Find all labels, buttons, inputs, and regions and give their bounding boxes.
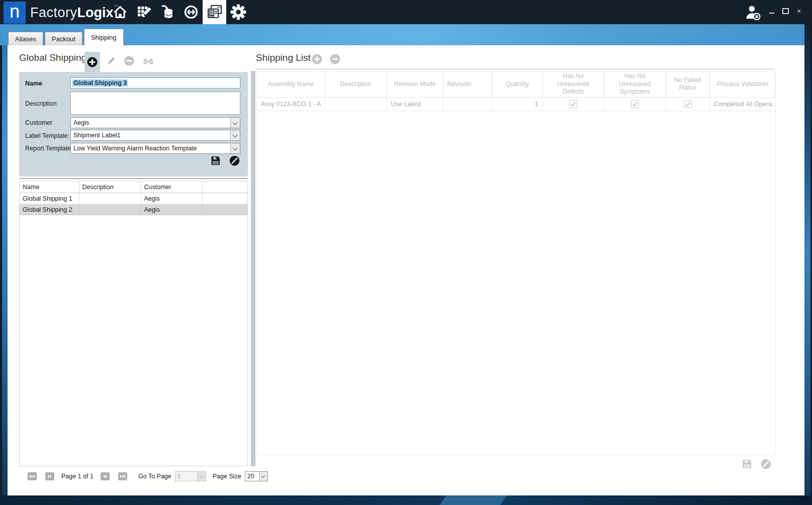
table-row-selected[interactable]: Global Shipping 2 Aegis xyxy=(20,204,247,215)
logout-user-icon[interactable] xyxy=(745,5,762,20)
column-header-has-no-unresolved-symptoms[interactable]: Has No Unresolved Symptoms xyxy=(604,71,666,97)
minus-icon xyxy=(124,56,134,66)
page-size-label: Page Size xyxy=(213,473,241,480)
global-shipping-grid: Name Description Customer Global Shippin… xyxy=(19,181,248,466)
cell-empty xyxy=(202,204,247,215)
global-shipping-title: Global Shipping xyxy=(19,52,86,63)
cell-has-no-unresolved-defects xyxy=(543,97,604,111)
cancel-button[interactable] xyxy=(229,155,240,166)
page-size-combobox[interactable]: 20 xyxy=(245,471,268,481)
page-indicator: Page 1 of 1 xyxy=(61,473,94,480)
column-header-empty xyxy=(202,182,247,193)
save-button-disabled[interactable] xyxy=(742,459,752,469)
app-brand: FactoryLogix™ xyxy=(30,4,118,21)
customer-value: Aegis xyxy=(71,119,230,126)
cell-no-failed-status xyxy=(666,97,709,111)
minimize-icon xyxy=(769,13,774,14)
column-header-description[interactable]: Description xyxy=(325,71,387,97)
column-header-has-no-unresolved-defects[interactable]: Has No Unresolved Defects xyxy=(543,71,604,97)
window-frame-left xyxy=(0,45,8,495)
cell-description xyxy=(325,97,387,111)
shipping-list-title: Shipping List xyxy=(256,52,311,63)
label-template-value: Shipment Label1 xyxy=(71,132,230,139)
column-header-name[interactable]: Name xyxy=(20,182,79,193)
report-template-combobox[interactable]: Low Yield Warning Alarm Reaction Templat… xyxy=(70,143,240,154)
next-page-button[interactable] xyxy=(101,472,110,480)
cell-quantity: 1 xyxy=(492,97,543,111)
page-size-value: 20 xyxy=(245,473,259,480)
column-header-quantity[interactable]: Quantity xyxy=(492,71,543,97)
previous-page-button[interactable] xyxy=(45,472,54,480)
cell-customer: Aegis xyxy=(141,193,202,204)
column-header-assembly-name[interactable]: Assembly Name xyxy=(257,71,325,97)
app-logo-icon: n xyxy=(4,2,26,24)
navigate-icon[interactable] xyxy=(179,0,203,24)
find-global-shipping-button[interactable] xyxy=(142,56,153,67)
chevron-down-icon[interactable] xyxy=(230,118,240,128)
shipping-list-actions xyxy=(742,459,771,469)
pencil-icon xyxy=(106,56,116,66)
label-template-combobox[interactable]: Shipment Label1 xyxy=(70,130,240,141)
last-page-button[interactable] xyxy=(118,472,127,480)
binoculars-icon xyxy=(142,56,154,66)
horizontal-splitter[interactable] xyxy=(19,178,248,179)
content-area: Global Shipping xyxy=(8,45,804,495)
data-import-icon[interactable] xyxy=(155,0,179,24)
window-frame-bottom xyxy=(0,495,812,505)
plan-edit-icon[interactable] xyxy=(132,0,155,24)
packout-shipping-icon[interactable] xyxy=(203,0,226,24)
edit-global-shipping-button[interactable] xyxy=(106,56,117,67)
chevron-down-icon[interactable] xyxy=(259,472,267,481)
minimize-button[interactable] xyxy=(768,7,776,15)
column-header-customer[interactable]: Customer xyxy=(141,182,202,193)
tabs: Aliases Packout Shipping xyxy=(8,29,125,45)
cell-revision xyxy=(443,97,492,111)
tab-packout[interactable]: Packout xyxy=(45,32,82,45)
pagination-bar: Page 1 of 1 Go To Page 1 Page Size 20 xyxy=(28,470,268,482)
plus-icon xyxy=(87,57,98,67)
global-shipping-form: Name Global Shipping 3 Description Custo… xyxy=(19,72,248,177)
brand-factory: Factory xyxy=(30,5,77,20)
report-template-value: Low Yield Warning Alarm Reaction Templat… xyxy=(71,145,230,152)
save-button[interactable] xyxy=(210,155,221,166)
tab-aliases[interactable]: Aliases xyxy=(8,32,43,45)
cell-process-validation: Completed All Opera... xyxy=(709,97,775,111)
column-header-description[interactable]: Description xyxy=(79,182,141,193)
cell-name: Global Shipping 2 xyxy=(20,204,79,215)
add-global-shipping-button[interactable] xyxy=(84,52,100,72)
cancel-button-disabled[interactable] xyxy=(761,459,771,469)
first-page-button[interactable] xyxy=(28,472,37,480)
cell-has-no-unresolved-symptoms xyxy=(604,97,666,111)
customer-combobox[interactable]: Aegis xyxy=(70,117,240,128)
window-frame-right xyxy=(804,24,812,495)
column-header-revision[interactable]: Revision xyxy=(443,71,492,97)
checkbox-checked-icon xyxy=(631,100,639,108)
column-header-revision-mode[interactable]: Revision Mode xyxy=(387,71,443,97)
name-input[interactable]: Global Shipping 3 xyxy=(70,77,240,89)
tab-shipping[interactable]: Shipping xyxy=(84,29,124,45)
settings-gear-icon[interactable] xyxy=(226,0,250,24)
panel-splitter[interactable] xyxy=(251,71,255,466)
cell-assembly-name: Assy 0123-BCO-1 - A xyxy=(257,97,325,111)
remove-shipping-item-button[interactable] xyxy=(330,54,341,65)
home-icon[interactable] xyxy=(108,0,132,24)
description-input[interactable] xyxy=(70,92,240,115)
maximize-button[interactable] xyxy=(781,7,789,15)
cell-name: Global Shipping 1 xyxy=(20,193,79,204)
cell-revision-mode: Use Latest xyxy=(387,97,443,111)
chevron-down-icon[interactable] xyxy=(230,143,240,153)
label-template-label: Label Template: xyxy=(25,132,69,139)
checkbox-checked-icon xyxy=(684,100,692,108)
chevron-down-icon[interactable] xyxy=(230,130,240,140)
add-shipping-item-button[interactable] xyxy=(312,54,323,65)
table-row[interactable]: Global Shipping 1 Aegis xyxy=(20,193,247,204)
goto-page-value: 1 xyxy=(175,473,197,480)
frame-sheen xyxy=(437,495,508,505)
column-header-process-validation[interactable]: Process Validation xyxy=(709,71,775,97)
remove-global-shipping-button[interactable] xyxy=(124,56,135,67)
goto-page-combobox[interactable]: 1 xyxy=(175,471,206,481)
close-button[interactable]: × xyxy=(795,7,803,15)
column-header-no-failed-status[interactable]: No Failed Status xyxy=(666,71,709,97)
table-row[interactable]: Assy 0123-BCO-1 - A Use Latest 1 xyxy=(257,97,775,111)
description-label: Description xyxy=(25,100,57,107)
